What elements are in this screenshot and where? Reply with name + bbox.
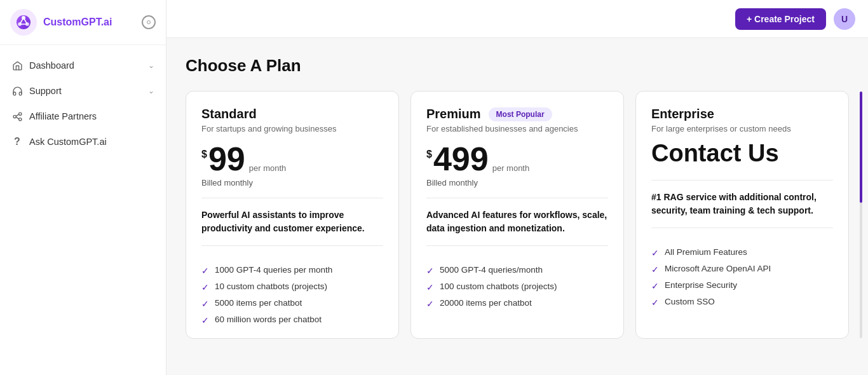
list-item: ✓Custom SSO [651, 297, 833, 308]
price-billed-premium: Billed monthly [426, 178, 608, 188]
list-item: ✓All Premium Features [651, 247, 833, 258]
plan-subtitle-premium: For established businesses and agencies [426, 124, 608, 133]
create-project-button[interactable]: + Create Project [735, 8, 826, 30]
list-item: ✓5000 GPT-4 queries/month [426, 265, 608, 276]
features-list-premium: ✓5000 GPT-4 queries/month ✓100 custom ch… [426, 265, 608, 309]
feature-label: 60 million words per chatbot [215, 315, 322, 324]
price-amount-premium: 499 [433, 142, 489, 175]
check-icon: ✓ [201, 299, 209, 309]
list-item: ✓Enterprise Security [651, 280, 833, 291]
headset-icon [11, 85, 23, 97]
price-amount-standard: 99 [208, 142, 245, 175]
sidebar-item-ask-label: Ask CustomGPT.ai [29, 137, 107, 147]
svg-point-5 [13, 115, 16, 118]
sidebar-item-dashboard-label: Dashboard [29, 60, 74, 71]
logo-text: CustomGPT.ai [43, 17, 112, 28]
feature-label: All Premium Features [665, 247, 747, 257]
plan-card-premium: Premium Most Popular For established bus… [410, 91, 624, 339]
price-period-standard: per month [249, 163, 287, 173]
svg-line-9 [16, 117, 18, 119]
sidebar-nav: Dashboard ⌄ Support ⌄ Affiliate Partners… [0, 45, 166, 162]
check-icon: ✓ [201, 282, 209, 292]
check-icon: ✓ [651, 297, 659, 308]
plan-subtitle-enterprise: For large enterprises or custom needs [651, 124, 833, 133]
list-item: ✓Microsoft Azure OpenAI API [651, 264, 833, 275]
price-billed-standard: Billed monthly [201, 178, 383, 188]
plan-price-premium: $ 499 per month [426, 142, 608, 175]
sidebar: CustomGPT.ai Dashboard ⌄ Support ⌄ Af [0, 0, 166, 375]
sidebar-item-ask[interactable]: ? Ask CustomGPT.ai [0, 129, 166, 154]
sidebar-logo: CustomGPT.ai [0, 0, 166, 45]
feature-label: 10 custom chatbots (projects) [215, 282, 327, 291]
contact-us-label[interactable]: Contact Us [651, 140, 833, 167]
feature-label: 100 custom chatbots (projects) [440, 282, 557, 291]
sidebar-item-affiliate[interactable]: Affiliate Partners [0, 104, 166, 129]
sidebar-item-dashboard[interactable]: Dashboard ⌄ [0, 53, 166, 78]
plan-divider [426, 198, 608, 198]
plan-divider [201, 245, 383, 246]
status-circle-icon[interactable] [142, 15, 156, 29]
list-item: ✓60 million words per chatbot [201, 315, 383, 325]
most-popular-badge: Most Popular [489, 107, 552, 121]
plan-card-enterprise: Enterprise For large enterprises or cust… [635, 91, 849, 339]
question-icon: ? [11, 136, 23, 147]
plan-price-standard: $ 99 per month [201, 142, 383, 175]
check-icon: ✓ [651, 248, 659, 258]
plans-grid: Standard For startups and growing busine… [186, 91, 849, 339]
list-item: ✓5000 items per chatbot [201, 298, 383, 309]
plan-divider [651, 228, 833, 228]
plan-name-enterprise: Enterprise [651, 107, 833, 121]
feature-label: 5000 GPT-4 queries/month [440, 265, 543, 275]
topbar: + Create Project U [166, 0, 868, 38]
plan-subtitle-standard: For startups and growing businesses [201, 124, 383, 133]
sidebar-item-support-label: Support [29, 86, 62, 96]
feature-label: 1000 GPT-4 queries per month [215, 265, 332, 275]
sidebar-item-affiliate-label: Affiliate Partners [29, 111, 97, 121]
feature-label: 20000 items per chatbot [440, 298, 532, 308]
feature-label: Custom SSO [665, 297, 715, 306]
price-period-premium: per month [492, 163, 530, 173]
logo-icon [10, 9, 37, 36]
plan-description-standard: Powerful AI assistants to improve produc… [201, 208, 383, 235]
features-list-standard: ✓1000 GPT-4 queries per month ✓10 custom… [201, 265, 383, 325]
list-item: ✓100 custom chatbots (projects) [426, 282, 608, 292]
content-area: Choose A Plan Standard For startups and … [166, 38, 868, 375]
plan-name-premium: Premium [426, 107, 481, 121]
price-dollar-standard: $ [201, 149, 207, 160]
check-icon: ✓ [651, 264, 659, 275]
svg-point-7 [18, 118, 21, 120]
chevron-down-icon: ⌄ [148, 61, 154, 70]
scroll-thumb [860, 92, 862, 203]
list-item: ✓10 custom chatbots (projects) [201, 282, 383, 292]
plan-description-enterprise: #1 RAG service with additional control, … [651, 191, 833, 217]
svg-line-8 [16, 114, 18, 116]
main-content: + Create Project U Choose A Plan Standar… [166, 0, 868, 375]
plan-description-premium: Advanced AI features for workflows, scal… [426, 208, 608, 235]
feature-label: Microsoft Azure OpenAI API [665, 264, 771, 273]
plan-divider [426, 245, 608, 246]
feature-label: Enterprise Security [665, 280, 737, 290]
list-item: ✓1000 GPT-4 queries per month [201, 265, 383, 276]
features-list-enterprise: ✓All Premium Features ✓Microsoft Azure O… [651, 247, 833, 308]
feature-label: 5000 items per chatbot [215, 298, 302, 308]
plan-divider [201, 198, 383, 198]
sidebar-item-support[interactable]: Support ⌄ [0, 78, 166, 104]
scrollbar [860, 92, 862, 338]
check-icon: ✓ [201, 315, 209, 325]
check-icon: ✓ [426, 282, 434, 292]
check-icon: ✓ [201, 266, 209, 276]
plan-divider [651, 180, 833, 181]
check-icon: ✓ [426, 266, 434, 276]
price-dollar-premium: $ [426, 149, 432, 160]
affiliate-icon [11, 111, 23, 122]
plan-name-standard: Standard [201, 107, 257, 121]
plan-card-standard: Standard For startups and growing busine… [186, 91, 399, 339]
check-icon: ✓ [426, 299, 434, 309]
home-icon [11, 60, 23, 71]
check-icon: ✓ [651, 281, 659, 291]
list-item: ✓20000 items per chatbot [426, 298, 608, 309]
user-avatar[interactable]: U [834, 8, 855, 30]
page-title: Choose A Plan [186, 56, 849, 76]
svg-point-6 [18, 112, 21, 115]
chevron-down-icon: ⌄ [148, 86, 154, 95]
